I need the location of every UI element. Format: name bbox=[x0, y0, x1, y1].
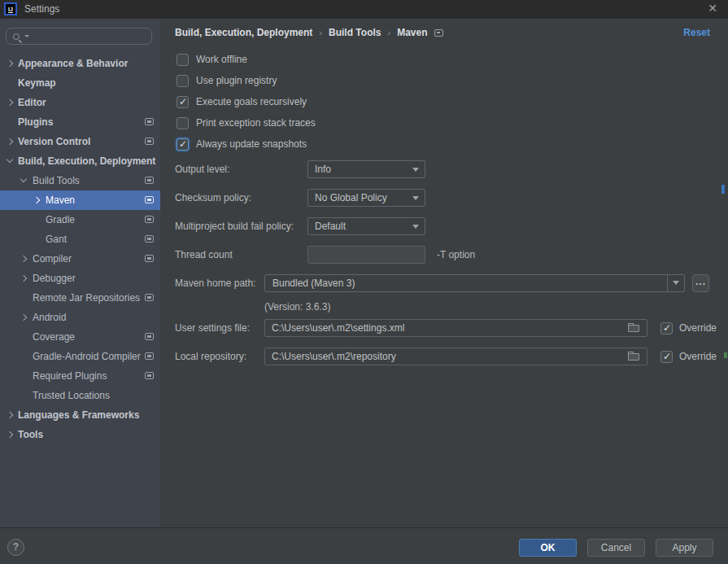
print-exception-stack-traces-row: Print exception stack traces bbox=[177, 116, 316, 129]
sidebar-item-build-tools[interactable]: Build Tools bbox=[0, 171, 160, 190]
browse-button[interactable]: ... bbox=[692, 274, 709, 292]
sidebar-item-label: Build, Execution, Deployment bbox=[18, 155, 155, 167]
chevron-right-icon[interactable] bbox=[21, 315, 26, 320]
maven-home-path-combobox[interactable]: Bundled (Maven 3) bbox=[264, 274, 685, 292]
override-label: Override bbox=[679, 351, 717, 362]
user-settings-override-checkbox[interactable] bbox=[660, 322, 673, 334]
breadcrumb-separator: › bbox=[387, 28, 390, 37]
sidebar-item-keymap[interactable]: Keymap bbox=[0, 73, 160, 93]
sidebar-item-label: Build Tools bbox=[33, 175, 80, 186]
output-level-dropdown[interactable]: Info bbox=[307, 160, 425, 178]
chevron-down-icon[interactable] bbox=[7, 159, 12, 162]
local-repository-field[interactable]: C:\Users\user\.m2\repository bbox=[264, 348, 647, 365]
sidebar-item-debugger[interactable]: Debugger bbox=[0, 269, 160, 288]
sidebar-item-version-control[interactable]: Version Control bbox=[0, 132, 160, 151]
sidebar-item-tools[interactable]: Tools bbox=[0, 425, 160, 444]
multiproject-build-fail-policy-dropdown[interactable]: Default bbox=[307, 217, 425, 235]
chevron-right-icon[interactable] bbox=[21, 256, 26, 261]
chevron-right-icon[interactable] bbox=[7, 413, 12, 418]
breadcrumb-build-tools[interactable]: Build Tools bbox=[329, 27, 381, 38]
use-plugin-registry-checkbox[interactable] bbox=[177, 75, 189, 87]
sidebar-item-label: Trusted Locations bbox=[33, 390, 110, 401]
combobox-arrow-button[interactable] bbox=[667, 275, 684, 291]
sidebar-item-gradle[interactable]: Gradle bbox=[0, 210, 160, 230]
apply-button[interactable]: Apply bbox=[656, 539, 713, 557]
checkbox-label: Execute goals recursively bbox=[196, 96, 307, 107]
sidebar-item-label: Editor bbox=[18, 97, 46, 108]
close-icon[interactable]: ✕ bbox=[708, 2, 717, 15]
monitor-icon bbox=[145, 118, 154, 125]
use-plugin-registry-row: Use plugin registry bbox=[177, 74, 277, 87]
sidebar-item-trusted-locations[interactable]: Trusted Locations bbox=[0, 386, 160, 405]
settings-dialog: IJ Settings ✕ Appearance & Behavior Keym… bbox=[0, 0, 728, 564]
execute-goals-recursively-checkbox[interactable] bbox=[177, 96, 189, 108]
work-offline-checkbox[interactable] bbox=[177, 54, 189, 66]
cancel-button[interactable]: Cancel bbox=[587, 539, 645, 557]
chevron-right-icon[interactable] bbox=[7, 100, 12, 105]
sidebar-item-maven[interactable]: Maven bbox=[0, 190, 160, 210]
sidebar-item-editor[interactable]: Editor bbox=[0, 93, 160, 112]
checkbox-label: Print exception stack traces bbox=[196, 117, 316, 129]
search-text-field[interactable] bbox=[29, 31, 151, 42]
sidebar-item-build-execution-deployment[interactable]: Build, Execution, Deployment bbox=[0, 151, 160, 171]
sidebar-item-remote-jar-repositories[interactable]: Remote Jar Repositories bbox=[0, 288, 160, 308]
dropdown-value: Default bbox=[315, 218, 346, 234]
monitor-icon bbox=[145, 333, 154, 340]
sidebar-item-label: Appearance & Behavior bbox=[18, 58, 128, 69]
chevron-right-icon[interactable] bbox=[7, 139, 12, 144]
local-repository-override-checkbox[interactable] bbox=[660, 351, 673, 363]
breadcrumb: Build, Execution, Deployment › Build Too… bbox=[175, 27, 443, 38]
checksum-policy-label: Checksum policy: bbox=[175, 189, 251, 207]
dropdown-value: Info bbox=[315, 161, 331, 177]
print-exception-stack-traces-checkbox[interactable] bbox=[177, 117, 189, 129]
breadcrumb-maven: Maven bbox=[397, 27, 427, 38]
ok-button[interactable]: OK bbox=[519, 539, 577, 557]
maven-home-path-label: Maven home path: bbox=[175, 274, 255, 292]
chevron-right-icon[interactable] bbox=[21, 276, 26, 281]
footer-buttons: OK Cancel Apply bbox=[519, 539, 713, 557]
thread-count-input[interactable] bbox=[308, 247, 425, 263]
checkbox-label: Always update snapshots bbox=[196, 138, 307, 150]
chevron-down-icon[interactable] bbox=[21, 178, 26, 181]
path-value: C:\Users\user\.m2\settings.xml bbox=[272, 320, 404, 336]
sidebar-item-coverage[interactable]: Coverage bbox=[0, 327, 160, 347]
sidebar-item-gradle-android-compiler[interactable]: Gradle-Android Compiler bbox=[0, 347, 160, 366]
sidebar-item-label: Gradle-Android Compiler bbox=[33, 351, 141, 362]
checkbox-label: Use plugin registry bbox=[196, 75, 277, 86]
sidebar-item-label: Version Control bbox=[18, 136, 90, 147]
sidebar-item-android[interactable]: Android bbox=[0, 308, 160, 327]
sidebar-item-plugins[interactable]: Plugins bbox=[0, 112, 160, 132]
folder-icon[interactable] bbox=[628, 353, 639, 361]
maven-settings-panel: Build, Execution, Deployment › Build Too… bbox=[160, 19, 728, 527]
thread-count-field[interactable] bbox=[307, 246, 425, 264]
user-settings-file-field[interactable]: C:\Users\user\.m2\settings.xml bbox=[264, 319, 647, 337]
always-update-snapshots-checkbox[interactable] bbox=[177, 138, 189, 151]
sidebar-item-compiler[interactable]: Compiler bbox=[0, 249, 160, 269]
sidebar-item-label: Coverage bbox=[33, 331, 75, 343]
monitor-icon bbox=[145, 196, 154, 203]
sidebar-item-required-plugins[interactable]: Required Plugins bbox=[0, 366, 160, 386]
sidebar-item-appearance-behavior[interactable]: Appearance & Behavior bbox=[0, 54, 160, 73]
reset-link[interactable]: Reset bbox=[683, 27, 710, 38]
monitor-icon bbox=[145, 177, 154, 184]
user-settings-file-label: User settings file: bbox=[175, 319, 250, 337]
chevron-down-icon bbox=[412, 196, 419, 200]
sidebar-item-label: Remote Jar Repositories bbox=[33, 292, 140, 304]
folder-icon[interactable] bbox=[628, 325, 639, 332]
chevron-right-icon[interactable] bbox=[7, 61, 12, 66]
local-repository-label: Local repository: bbox=[175, 348, 246, 365]
help-button[interactable]: ? bbox=[7, 539, 24, 556]
work-offline-row: Work offline bbox=[177, 53, 247, 66]
checksum-policy-dropdown[interactable]: No Global Policy bbox=[307, 189, 425, 207]
settings-tree: Appearance & Behavior Keymap Editor Plug… bbox=[0, 54, 160, 444]
chevron-right-icon[interactable] bbox=[34, 198, 39, 203]
monitor-icon bbox=[145, 255, 154, 262]
search-input[interactable] bbox=[6, 28, 152, 45]
local-repository-override-row: Override bbox=[660, 350, 717, 363]
breadcrumb-build-execution-deployment[interactable]: Build, Execution, Deployment bbox=[175, 27, 312, 38]
sidebar-item-gant[interactable]: Gant bbox=[0, 230, 160, 249]
intellij-logo-icon: IJ bbox=[4, 2, 17, 15]
sidebar-item-label: Tools bbox=[18, 429, 43, 440]
chevron-right-icon[interactable] bbox=[7, 432, 12, 437]
sidebar-item-languages-frameworks[interactable]: Languages & Frameworks bbox=[0, 405, 160, 425]
